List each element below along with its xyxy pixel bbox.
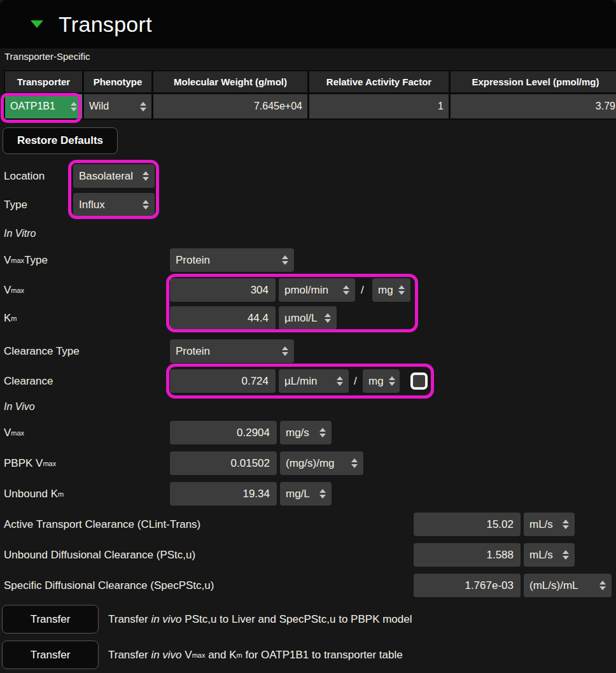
per-separator: / [354, 369, 357, 393]
clearance-input[interactable]: 0.724 [170, 369, 276, 393]
km-invitro-label: Km [4, 306, 17, 330]
spinner-icon[interactable] [282, 255, 288, 265]
location-value: Basolateral [79, 170, 133, 183]
spinner-icon[interactable] [351, 458, 358, 468]
spinner-icon[interactable] [599, 581, 606, 590]
spec-pstcu-label: Specific Diffusional Clearance (SpecPStc… [4, 574, 214, 598]
pstcu-label: Unbound Diffusional Clearance (PStc,u) [4, 543, 195, 567]
spinner-icon[interactable] [143, 200, 149, 209]
spinner-icon[interactable] [389, 376, 395, 386]
vmax-type-row: Vmax Type Protein [0, 248, 616, 273]
per-separator: / [361, 278, 364, 302]
transfer-pstcu-button[interactable]: Transfer [2, 605, 99, 634]
clearance-type-label: Clearance Type [4, 339, 80, 364]
spinner-icon[interactable] [319, 489, 326, 499]
type-value: Influx [79, 199, 105, 211]
vmax-invivo-row: Vmax 0.2904 mg/s [0, 421, 616, 445]
clint-trans-label: Active Transport Clearance (CLint-Trans) [4, 513, 200, 537]
transporter-table: Transporter Phenotype Molecular Weight (… [4, 70, 616, 120]
clearance-type-value: Protein [176, 345, 210, 358]
transporter-select[interactable]: OATP1B1 [5, 94, 82, 118]
clearance-per-unit-dropdown[interactable]: mg [363, 369, 400, 393]
vmax-type-dropdown[interactable]: Protein [170, 248, 294, 272]
clearance-type-dropdown[interactable]: Protein [170, 339, 294, 363]
pbpk-vmax-label: PBPK Vmax [4, 451, 56, 476]
transfer-vmax-km-button[interactable]: Transfer [2, 641, 99, 669]
clearance-row: Clearance 0.724 µL/min / mg [0, 369, 616, 393]
type-row: Type Influx [0, 193, 616, 217]
vmax-invitro-row: Vmax 304 pmol/min / mg [0, 278, 616, 302]
km-invitro-unit-dropdown[interactable]: µmol/L [279, 306, 337, 330]
molecular-weight-cell[interactable]: 7.645e+04 [153, 94, 307, 118]
pbpk-vmax-unit-dropdown[interactable]: (mg/s)/mg [280, 451, 363, 475]
transport-header: Transport [0, 0, 616, 48]
relative-activity-factor-cell[interactable]: 1 [309, 94, 449, 118]
location-row: Location Basolateral [0, 164, 616, 188]
pstcu-unit-dropdown[interactable]: mL/s [524, 543, 575, 567]
km-invitro-row: Km 44.4 µmol/L [0, 306, 616, 330]
spinner-icon[interactable] [143, 171, 149, 181]
unbound-km-label: Unbound Km [4, 482, 64, 506]
spinner-icon[interactable] [398, 285, 405, 295]
clint-trans-unit-dropdown[interactable]: mL/s [524, 513, 575, 536]
km-invitro-input[interactable]: 44.4 [170, 306, 276, 330]
clint-trans-input[interactable]: 15.02 [414, 513, 521, 536]
spec-pstcu-unit-dropdown[interactable]: (mL/s)/mL [524, 574, 612, 597]
transport-panel: Transport Transporter-Specific Transport… [0, 0, 616, 673]
vmax-type-value: Protein [176, 254, 210, 267]
spec-pstcu-input[interactable]: 1.767e-03 [414, 574, 521, 597]
vmax-invivo-label: Vmax [4, 421, 24, 445]
transfer-vmax-km-row: Transfer Transfer in vivo Vmax and Km fo… [0, 641, 616, 669]
vmax-invivo-unit-dropdown[interactable]: mg/s [280, 421, 332, 444]
clint-trans-row: Active Transport Clearance (CLint-Trans)… [0, 513, 616, 537]
spinner-icon[interactable] [319, 428, 326, 437]
location-dropdown[interactable]: Basolateral [73, 164, 155, 188]
spinner-icon[interactable] [337, 376, 343, 386]
spinner-icon[interactable] [140, 102, 146, 111]
vmax-invivo-input[interactable]: 0.2904 [170, 421, 277, 444]
type-dropdown[interactable]: Influx [73, 193, 155, 216]
section-label: Transporter-Specific [4, 51, 90, 62]
in-vitro-heading: In Vitro [4, 228, 36, 239]
pstcu-row: Unbound Diffusional Clearance (PStc,u) 1… [0, 543, 616, 567]
pbpk-vmax-row: PBPK Vmax 0.01502 (mg/s)/mg [0, 451, 616, 476]
spinner-icon[interactable] [563, 520, 569, 529]
transfer-vmax-km-description: Transfer in vivo Vmax and Km for OATP1B1… [108, 641, 403, 669]
phenotype-select-value: Wild [89, 101, 109, 112]
location-label: Location [4, 164, 45, 188]
vmax-invitro-input[interactable]: 304 [170, 278, 276, 302]
transfer-pstcu-description: Transfer in vivo PStc,u to Liver and Spe… [108, 605, 412, 634]
type-label: Type [4, 193, 27, 217]
spinner-icon[interactable] [563, 550, 569, 560]
spec-pstcu-row: Specific Diffusional Clearance (SpecPStc… [0, 574, 616, 598]
col-header-relative-activity-factor: Relative Activity Factor [309, 71, 449, 92]
transfer-pstcu-row: Transfer Transfer in vivo PStc,u to Live… [0, 605, 616, 634]
collapse-arrow-icon[interactable] [31, 20, 43, 28]
vmax-invitro-per-unit-dropdown[interactable]: mg [372, 278, 410, 302]
spinner-icon[interactable] [325, 313, 331, 323]
unbound-km-unit-dropdown[interactable]: mg/L [280, 482, 332, 506]
unbound-km-row: Unbound Km 19.34 mg/L [0, 482, 616, 506]
vmax-invitro-unit-dropdown[interactable]: pmol/min [279, 278, 355, 302]
clearance-type-row: Clearance Type Protein [0, 339, 616, 364]
unbound-km-input[interactable]: 19.34 [170, 482, 277, 506]
pstcu-input[interactable]: 1.588 [414, 543, 521, 567]
phenotype-select[interactable]: Wild [84, 94, 151, 118]
restore-defaults-button[interactable]: Restore Defaults [3, 127, 118, 154]
col-header-molecular-weight: Molecular Weight (g/mol) [153, 71, 307, 92]
in-vivo-heading: In Vivo [4, 401, 35, 413]
vmax-type-label: Vmax Type [4, 248, 48, 273]
expression-level-cell[interactable]: 3.79 [451, 94, 616, 118]
col-header-expression-level: Expression Level (pmol/mg) [451, 71, 616, 92]
spinner-icon[interactable] [71, 102, 77, 111]
clearance-checkbox[interactable] [410, 372, 428, 390]
col-header-transporter: Transporter [5, 71, 82, 92]
page-title: Transport [59, 12, 152, 37]
col-header-phenotype: Phenotype [84, 71, 151, 92]
vmax-invitro-label: Vmax [4, 278, 24, 302]
spinner-icon[interactable] [343, 285, 349, 295]
spinner-icon[interactable] [282, 346, 288, 356]
clearance-unit-dropdown[interactable]: µL/min [279, 369, 349, 393]
pbpk-vmax-input[interactable]: 0.01502 [170, 451, 277, 475]
clearance-label: Clearance [4, 369, 53, 393]
